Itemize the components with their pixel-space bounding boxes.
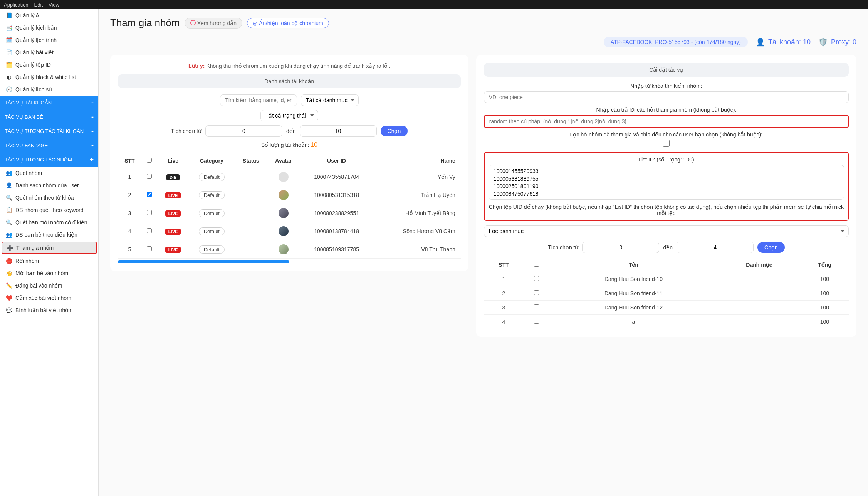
sidebar-item[interactable]: 📄Quản lý bài viết [0,46,98,59]
to-input-r[interactable] [677,242,754,253]
sidebar-section-header[interactable]: TÁC VỤ TÀI KHOẢN- [0,96,98,110]
sidebar-item[interactable]: 🔍Quét bạn mời nhóm có đ.kiện [0,216,98,229]
select-all-checkbox[interactable] [147,158,152,163]
uid-file-note: Chọn tệp UID để chạy (không bắt buộc, nế… [489,204,844,216]
menu-application[interactable]: Application [4,2,29,8]
sidebar-item[interactable]: 🗂️Quản lý tệp ID [0,59,98,71]
to-label-r: đến [663,244,673,251]
table-row[interactable]: 2 Dang Huu Son friend-11 100 [484,286,849,301]
select-all-checkbox[interactable] [534,262,539,267]
sidebar-item-label: Đăng bài vào nhóm [15,282,62,289]
choose-button-r[interactable]: Chọn [757,242,785,253]
menubar: Application Edit View [0,0,868,9]
sidebar-item[interactable]: 🗓️Quản lý lịch trình [0,34,98,46]
row-checkbox[interactable] [147,192,152,197]
table-row[interactable]: 3 Dang Huu Son friend-12 100 [484,301,849,315]
table-row[interactable]: 1 DIE Default 100074355871704 Yến Vy [118,168,461,186]
info-icon: ⓘ [190,20,196,27]
avatar [279,172,289,182]
category-select[interactable]: Tất cả danh mục [301,94,359,106]
sidebar-item-label: Quản lý kịch bản [15,25,57,31]
sidebar-item-label: Tham gia nhóm [16,245,54,251]
table-row[interactable]: 3 LIVE Default 100080238829551 Hồ Minh T… [118,204,461,222]
sidebar-item[interactable]: 📑Quản lý kịch bản [0,22,98,34]
sidebar-item-label: DS nhóm quét theo keyword [15,207,84,213]
sidebar-item[interactable]: 📋DS nhóm quét theo keyword [0,204,98,216]
live-badge: LIVE [165,229,181,235]
choose-button[interactable]: Chọn [381,126,408,136]
sidebar-item[interactable]: 👥DS bạn bè theo điều kiện [0,229,98,241]
filter-joined-checkbox[interactable] [663,140,670,147]
live-badge: LIVE [165,247,181,253]
sidebar: 📘Quản lý AI📑Quản lý kịch bản🗓️Quản lý lị… [0,9,99,496]
search-input[interactable] [220,94,297,106]
tick-from-label: Tích chọn từ [171,128,201,134]
from-input-r[interactable] [582,242,659,253]
sidebar-icon: 👥 [5,232,12,238]
accounts-panel: Lưu ý: Không thu nhỏ chromium xuống khi … [110,55,468,271]
row-checkbox[interactable] [534,319,539,324]
row-checkbox[interactable] [147,210,152,215]
sidebar-icon: 📘 [5,12,12,18]
category-pill: Default [199,209,225,217]
category-pill: Default [199,227,225,235]
sidebar-item[interactable]: ✏️Đăng bài vào nhóm [0,279,98,292]
row-checkbox[interactable] [147,228,152,233]
answer-input[interactable] [484,115,849,128]
answer-label: Nhập câu trả lời câu hỏi tham gia nhóm (… [484,107,849,113]
from-input[interactable] [205,125,282,137]
menu-view[interactable]: View [49,2,59,8]
sidebar-icon: ◐ [5,74,12,80]
account-count: 👤Tài khoản: 10 [756,37,811,47]
sidebar-section-header[interactable]: TÁC VỤ TƯƠNG TÁC NHÓM+ [0,153,98,167]
horizontal-scrollbar[interactable] [118,260,289,263]
menu-edit[interactable]: Edit [34,2,43,8]
keyword-input[interactable] [484,91,849,103]
sidebar-item[interactable]: ➕Tham gia nhóm [2,242,97,254]
to-label: đến [286,128,296,134]
table-row[interactable]: 5 LIVE Default 100085109317785 Vũ Thu Th… [118,240,461,259]
category-filter-select[interactable]: Lọc danh mục [484,225,849,237]
sidebar-item[interactable]: 📘Quản lý AI [0,9,98,22]
sidebar-section-header[interactable]: TÁC VỤ FANPAGE- [0,138,98,153]
live-badge: LIVE [165,192,181,198]
toggle-chromium-button[interactable]: ◎Ẩn/hiện toàn bộ chromium [247,18,329,28]
sidebar-item[interactable]: ❤️Cảm xúc bài viết nhóm [0,292,98,304]
to-input[interactable] [300,125,377,137]
sidebar-icon: ➕ [6,245,13,251]
chevron-icon: - [91,113,94,121]
guide-button[interactable]: ⓘXem hướng dẫn [185,18,243,29]
sidebar-item[interactable]: 👤Danh sách nhóm của user [0,179,98,192]
table-row[interactable]: 4 a 100 [484,315,849,329]
avatar [279,244,289,254]
listid-textarea[interactable] [489,165,844,200]
proxy-count: 🛡️Proxy: 0 [818,37,856,47]
sidebar-item[interactable]: ⛔Rời nhóm [0,255,98,267]
table-row[interactable]: 1 Dang Huu Son friend-10 100 [484,272,849,286]
sidebar-item-label: Mời bạn bè vào nhóm [15,270,68,276]
sidebar-section-title: TÁC VỤ FANPAGE [5,143,48,148]
row-checkbox[interactable] [534,290,539,295]
sidebar-section-header[interactable]: TÁC VỤ BẠN BÈ- [0,110,98,124]
row-checkbox[interactable] [534,304,539,309]
sidebar-item[interactable]: 💬Bình luận bài viết nhóm [0,304,98,316]
sidebar-item-label: Quét nhóm [15,170,42,176]
table-row[interactable]: 2 LIVE Default 100080531315318 Trần Hạ U… [118,186,461,204]
sidebar-item[interactable]: 🔍Quét nhóm theo từ khóa [0,192,98,204]
row-checkbox[interactable] [147,246,152,251]
sidebar-item[interactable]: 👥Quét nhóm [0,167,98,179]
sidebar-section-header[interactable]: TÁC VỤ TƯƠNG TÁC TÀI KHOẢN- [0,124,98,138]
status-select[interactable]: Tất cả trạng thái [260,110,318,121]
table-header: Tổng [801,258,849,272]
sidebar-item[interactable]: ◐Quản lý black & white list [0,71,98,83]
sidebar-icon: 📑 [5,25,12,31]
table-header: User ID [300,154,373,168]
table-row[interactable]: 4 LIVE Default 100080138784418 Sông Hươn… [118,222,461,240]
sidebar-item[interactable]: 🕘Quản lý lịch sử [0,83,98,96]
table-header [524,258,549,272]
row-checkbox[interactable] [147,174,152,179]
sidebar-item[interactable]: 👋Mời bạn bè vào nhóm [0,267,98,279]
row-checkbox[interactable] [534,276,539,281]
sidebar-icon: 👥 [5,170,12,176]
sidebar-item-label: Quét bạn mời nhóm có đ.kiện [15,219,87,225]
